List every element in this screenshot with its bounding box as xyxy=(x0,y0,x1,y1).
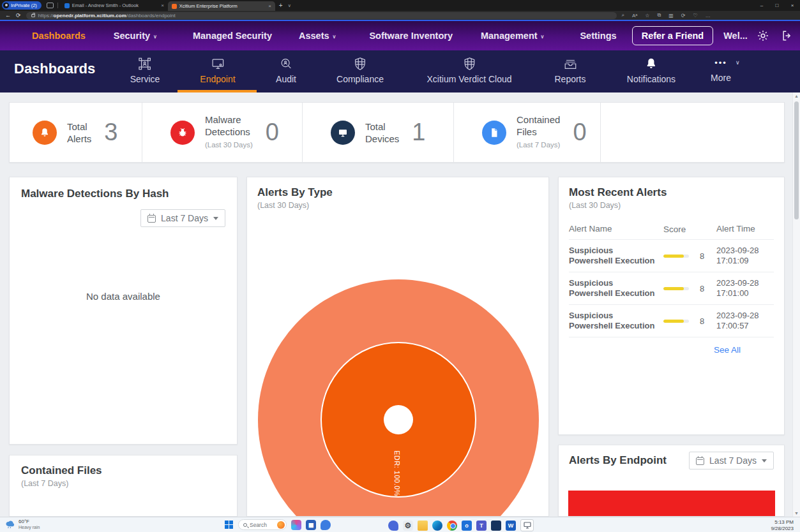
taskbar-search[interactable]: Search xyxy=(238,519,287,530)
active-window-icon[interactable] xyxy=(520,519,534,531)
sync-icon[interactable]: ⟳ xyxy=(681,13,686,18)
table-row[interactable]: Suspicious Powershell Execution 8 2023-0… xyxy=(569,305,774,337)
scroll-down-arrow[interactable]: ▼ xyxy=(793,510,800,517)
most-recent-alerts-card: Most Recent Alerts (Last 30 Days) Alert … xyxy=(558,177,785,435)
contained-files-card: Contained Files (Last 7 Days) xyxy=(9,455,238,517)
tab-label: Service xyxy=(130,74,160,84)
nav-settings[interactable]: Settings xyxy=(580,31,616,41)
sunburst-slice-label: EDR: 100.0% xyxy=(393,450,401,501)
page-scrollbar[interactable]: ▲ ▼ xyxy=(792,92,800,517)
refresh-icon[interactable]: ⟳ xyxy=(16,13,21,18)
audit-icon xyxy=(278,56,294,71)
tab-list-menu-icon[interactable]: ∨ xyxy=(288,3,291,8)
address-bar-icons: ⌕ Aᵃ ☆ ⧉ ▥ ⟳ ♡ … xyxy=(622,12,711,18)
new-tab-button[interactable]: + xyxy=(279,2,283,9)
tab-label: More xyxy=(711,73,731,83)
weather-widget[interactable]: 60°F Heavy rain xyxy=(5,519,40,530)
gear-icon[interactable] xyxy=(757,29,769,42)
nav-assets[interactable]: Assets∨ xyxy=(299,31,336,41)
browser-tab-xcitium[interactable]: Xcitium Enterprise Platform × xyxy=(168,1,275,11)
contained-files-value: 0 xyxy=(573,119,586,146)
weather-temp: 60°F xyxy=(19,519,40,524)
tab-actions-icon[interactable] xyxy=(47,3,54,8)
tab-label: Notifications xyxy=(627,74,675,84)
nav-dashboards[interactable]: Dashboards xyxy=(32,31,86,41)
outlook-icon[interactable]: o xyxy=(462,521,472,531)
word-icon[interactable]: W xyxy=(506,521,516,531)
refer-a-friend-button[interactable]: Refer a Friend xyxy=(632,26,714,45)
teams-icon[interactable]: T xyxy=(476,521,487,531)
card-title: Contained Files xyxy=(21,464,225,477)
browser-essentials-icon[interactable]: ♡ xyxy=(693,13,698,18)
scrollbar-thumb[interactable] xyxy=(794,101,799,219)
back-icon[interactable]: ← xyxy=(5,13,11,18)
url-input[interactable]: https://openedr.platform.xcitium.com/das… xyxy=(26,12,617,19)
collections-icon[interactable]: ⧉ xyxy=(658,12,661,18)
file-icon xyxy=(482,121,506,145)
nav-security[interactable]: Security∨ xyxy=(114,31,157,41)
reports-tray-icon xyxy=(562,56,578,71)
url-domain: openedr.platform.xcitium.com xyxy=(54,13,126,18)
zoom-icon[interactable]: ⌕ xyxy=(622,12,624,18)
browser-menu-icon[interactable]: … xyxy=(706,13,711,18)
scroll-up-arrow[interactable]: ▲ xyxy=(793,92,800,100)
settings-gear-icon[interactable]: ⚙ xyxy=(403,521,413,531)
search-highlight-icon xyxy=(277,521,285,529)
close-button[interactable]: × xyxy=(785,3,800,8)
screen: InPrivate (2) Email - Andrew Smith - Out… xyxy=(0,0,800,532)
tab-audit[interactable]: Audit xyxy=(276,56,296,84)
file-explorer-icon[interactable] xyxy=(418,521,428,531)
edge-icon[interactable] xyxy=(432,521,442,531)
chevron-down-icon xyxy=(213,217,218,220)
tab-close-icon[interactable]: × xyxy=(161,3,164,8)
tab-reports[interactable]: Reports xyxy=(554,56,585,84)
profile-avatar xyxy=(3,3,9,8)
nav-software-inventory[interactable]: Software Inventory xyxy=(369,31,453,41)
teams-chat-icon[interactable] xyxy=(388,521,398,531)
nav-managed-security[interactable]: Managed Security xyxy=(193,31,272,41)
chevron-down-icon xyxy=(762,459,767,462)
store-icon[interactable] xyxy=(491,521,501,531)
chat-icon[interactable] xyxy=(321,520,331,530)
read-aloud-icon[interactable]: Aᵃ xyxy=(632,13,637,18)
tab-service[interactable]: Service xyxy=(130,56,160,84)
tab-xcitium-verdict-cloud[interactable]: Xcitium Verdict Cloud xyxy=(426,56,511,84)
user-menu[interactable]: Wel... xyxy=(723,31,748,41)
table-row[interactable]: Suspicious Powershell Execution 8 2023-0… xyxy=(569,272,774,305)
favorite-star-icon[interactable]: ☆ xyxy=(645,13,649,18)
start-button[interactable] xyxy=(225,521,234,529)
tab-label: Reports xyxy=(554,74,585,84)
logout-icon[interactable] xyxy=(781,29,794,42)
minimize-button[interactable]: – xyxy=(754,3,769,8)
tab-more[interactable]: ••• More xyxy=(711,56,731,83)
stat-total-alerts: TotalAlerts 3 xyxy=(10,103,142,162)
see-all-link[interactable]: See All xyxy=(569,345,774,355)
tab-compliance[interactable]: Compliance xyxy=(336,56,384,84)
tab-endpoint[interactable]: Endpoint xyxy=(200,56,235,84)
chrome-icon[interactable] xyxy=(447,521,457,531)
browser-tab-strip: InPrivate (2) Email - Andrew Smith - Out… xyxy=(0,0,800,11)
col-alert-time: Alert Time xyxy=(716,224,774,234)
endpoint-bar[interactable] xyxy=(568,491,775,517)
table-row[interactable]: Suspicious Powershell Execution 8 2023-0… xyxy=(569,240,774,272)
split-screen-icon[interactable]: ▥ xyxy=(668,13,674,18)
col-alert-name: Alert Name xyxy=(569,224,663,234)
active-tab-underline xyxy=(177,90,257,92)
widgets-icon[interactable]: ▦ xyxy=(306,520,316,530)
date-range-dropdown[interactable]: Last 7 Days xyxy=(689,452,774,469)
more-chevron-icon[interactable]: ∨ xyxy=(736,59,740,66)
copilot-icon[interactable] xyxy=(291,520,301,530)
weather-desc: Heavy rain xyxy=(19,524,40,530)
tab-notifications[interactable]: Notifications xyxy=(627,56,675,84)
nav-management[interactable]: Management∨ xyxy=(481,31,545,41)
date-range-dropdown[interactable]: Last 7 Days xyxy=(140,209,225,227)
stat-malware-detections: MalwareDetections(Last 30 Days) 0 xyxy=(142,103,303,162)
maximize-button[interactable]: □ xyxy=(769,3,785,8)
browser-tab-outlook[interactable]: Email - Andrew Smith - Outlook × xyxy=(61,1,168,10)
inprivate-badge[interactable]: InPrivate (2) xyxy=(2,1,42,10)
tab-title: Email - Andrew Smith - Outlook xyxy=(72,3,139,8)
tab-close-icon[interactable]: × xyxy=(268,3,271,9)
taskbar-clock[interactable]: 5:13 PM 9/28/2023 xyxy=(771,519,794,531)
score-bar xyxy=(663,320,689,323)
rain-cloud-icon xyxy=(5,520,15,529)
